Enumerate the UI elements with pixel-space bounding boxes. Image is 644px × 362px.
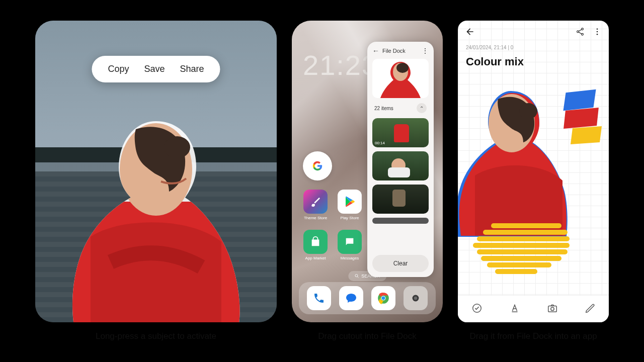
more-vert-icon [593, 27, 602, 36]
share-icon [576, 27, 585, 36]
filedock-thumb-4[interactable] [372, 218, 429, 224]
back-button[interactable] [465, 27, 475, 39]
app-dock [299, 282, 436, 314]
google-icon [312, 161, 323, 171]
note-title[interactable]: Colour mix [458, 53, 609, 72]
dock-phone[interactable] [307, 286, 331, 310]
file-dock-panel: ← File Dock ⋮ 22 items ⌃ 00:14 [367, 42, 434, 277]
svg-point-2 [164, 136, 190, 158]
messages-icon [344, 236, 355, 247]
svg-point-13 [577, 31, 579, 33]
pencil-icon [585, 303, 596, 314]
photo-card: Copy Save Share [35, 21, 277, 322]
google-search-widget[interactable] [303, 151, 332, 180]
dock-chat[interactable] [339, 286, 363, 310]
svg-point-3 [355, 275, 358, 277]
cutout-subject[interactable] [60, 111, 252, 322]
dock-chrome[interactable] [371, 286, 395, 310]
panel2-caption: Drag cutout into File Dock [318, 331, 417, 341]
filedock-thumb-3[interactable] [372, 185, 429, 214]
play-store-icon [344, 196, 356, 208]
svg-point-15 [597, 28, 598, 30]
svg-rect-21 [548, 306, 556, 312]
save-button[interactable]: Save [144, 64, 165, 74]
filedock-thumb-1[interactable]: 00:14 [372, 118, 429, 147]
filedock-cutout-thumb[interactable] [372, 59, 429, 98]
camera-outline-icon [547, 303, 558, 314]
panel3-caption: Drag it from File Dock into an app [469, 331, 597, 341]
filedock-thumb-2[interactable] [372, 151, 429, 180]
svg-point-7 [382, 297, 385, 300]
style-tool[interactable] [509, 303, 520, 316]
camera-icon [410, 293, 421, 304]
paint-stroke-yellow [571, 126, 602, 144]
brush-icon [310, 196, 321, 207]
phone-homescreen: 21:23 Theme Store Play Store App Market [292, 21, 443, 322]
yellow-scribble [473, 222, 574, 277]
app-play-store[interactable]: Play Store [337, 190, 362, 220]
text-style-icon [509, 303, 520, 314]
app-messages[interactable]: Messages [337, 230, 362, 260]
bag-icon [310, 236, 321, 247]
copy-button[interactable]: Copy [108, 64, 129, 74]
chat-icon [345, 292, 357, 304]
dock-camera[interactable] [404, 286, 428, 310]
share-button[interactable]: Share [180, 64, 204, 74]
checklist-icon [471, 303, 482, 314]
more-button[interactable] [593, 27, 602, 38]
svg-point-22 [550, 307, 553, 310]
context-menu: Copy Save Share [92, 56, 220, 82]
filedock-back[interactable]: ← [372, 47, 379, 55]
svg-point-9 [414, 297, 417, 300]
share-button[interactable] [576, 27, 585, 38]
paint-stroke-red [564, 108, 599, 129]
panel-filedock: 21:23 Theme Store Play Store App Market [292, 21, 443, 341]
checklist-tool[interactable] [471, 303, 482, 316]
svg-point-11 [396, 63, 409, 73]
search-icon [354, 274, 359, 279]
filedock-clear-button[interactable]: Clear [372, 255, 429, 272]
note-meta: 24/01/2024, 21:14 | 0 [458, 45, 609, 53]
svg-point-12 [582, 28, 584, 30]
panel-longpress: Copy Save Share Long-press a subject to … [35, 21, 277, 341]
phone-icon [313, 292, 325, 304]
svg-point-16 [597, 31, 598, 33]
filedock-count: 22 items [374, 106, 393, 111]
app-app-market[interactable]: App Market [303, 230, 328, 260]
arrow-left-icon [465, 27, 475, 37]
svg-point-14 [582, 33, 584, 35]
filedock-collapse[interactable]: ⌃ [417, 103, 427, 113]
filedock-title: File Dock [382, 48, 419, 54]
filedock-more-icon[interactable]: ⋮ [422, 47, 429, 55]
camera-tool[interactable] [547, 303, 558, 316]
panel-notesapp: 24/01/2024, 21:14 | 0 Colour mix [458, 21, 609, 341]
notes-app: 24/01/2024, 21:14 | 0 Colour mix [458, 21, 609, 322]
draw-tool[interactable] [585, 303, 596, 316]
dragged-cutout[interactable] [458, 86, 569, 237]
note-toolbar [458, 295, 609, 322]
svg-point-17 [597, 34, 598, 35]
panel1-caption: Long-press a subject to activate [96, 331, 216, 341]
svg-point-19 [519, 103, 537, 119]
chrome-icon [377, 292, 390, 305]
app-theme-store[interactable]: Theme Store [303, 190, 328, 220]
